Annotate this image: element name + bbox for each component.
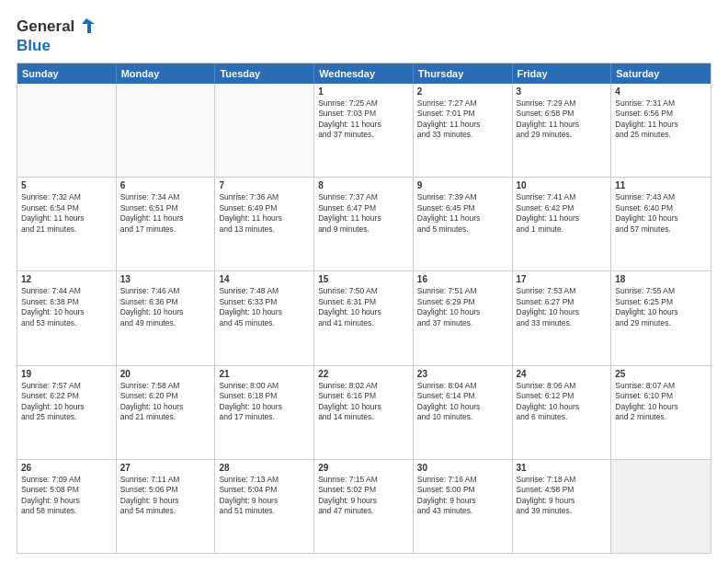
- day-info-line: Daylight: 11 hours: [417, 120, 508, 130]
- day-cell-28: 28Sunrise: 7:13 AMSunset: 5:04 PMDayligh…: [215, 460, 314, 553]
- day-number: 13: [120, 274, 211, 284]
- day-info-line: Sunrise: 8:06 AM: [517, 381, 608, 391]
- day-info-line: Daylight: 10 hours: [517, 307, 608, 317]
- day-info-line: Sunrise: 7:32 AM: [21, 192, 112, 202]
- day-info-line: and 1 minute.: [517, 224, 608, 235]
- day-info-line: Daylight: 9 hours: [318, 496, 409, 506]
- day-cell-7: 7Sunrise: 7:36 AMSunset: 6:49 PMDaylight…: [215, 178, 314, 270]
- day-info-line: Daylight: 10 hours: [615, 213, 707, 224]
- day-info-line: Sunrise: 7:57 AM: [21, 381, 112, 391]
- day-info-line: Sunrise: 7:37 AM: [318, 192, 409, 202]
- weekday-header-thursday: Thursday: [414, 63, 513, 84]
- day-info-line: and 17 minutes.: [219, 412, 310, 422]
- day-cell-9: 9Sunrise: 7:39 AMSunset: 6:45 PMDaylight…: [414, 178, 513, 270]
- day-info-line: Sunset: 6:29 PM: [417, 297, 508, 307]
- day-info-line: and 25 minutes.: [21, 412, 112, 422]
- day-info-line: Sunset: 5:00 PM: [417, 485, 508, 495]
- day-info-line: Sunset: 6:38 PM: [21, 297, 112, 307]
- day-info-line: Sunset: 6:22 PM: [21, 391, 112, 401]
- day-cell-10: 10Sunrise: 7:41 AMSunset: 6:42 PMDayligh…: [513, 178, 612, 270]
- day-cell-23: 23Sunrise: 8:04 AMSunset: 6:14 PMDayligh…: [414, 366, 513, 459]
- day-number: 9: [417, 180, 508, 190]
- day-info-line: and 13 minutes.: [219, 224, 310, 235]
- day-cell-30: 30Sunrise: 7:16 AMSunset: 5:00 PMDayligh…: [414, 460, 513, 553]
- day-info-line: Sunrise: 8:02 AM: [318, 381, 409, 391]
- day-info-line: Sunrise: 7:53 AM: [517, 286, 608, 296]
- day-info-line: and 33 minutes.: [417, 130, 508, 140]
- day-info-line: and 9 minutes.: [318, 224, 409, 235]
- day-info-line: Daylight: 11 hours: [120, 213, 211, 224]
- day-info-line: Sunrise: 7:09 AM: [21, 475, 112, 485]
- day-info-line: Sunset: 6:16 PM: [318, 391, 409, 401]
- day-number: 5: [21, 180, 112, 190]
- day-info-line: and 47 minutes.: [318, 506, 409, 516]
- day-info-line: Sunset: 6:56 PM: [615, 109, 707, 119]
- day-info-line: Sunrise: 7:11 AM: [120, 475, 211, 485]
- day-info-line: Sunset: 6:12 PM: [517, 391, 608, 401]
- day-cell-16: 16Sunrise: 7:51 AMSunset: 6:29 PMDayligh…: [414, 271, 513, 364]
- empty-cell-r0c1: [117, 84, 216, 177]
- calendar-row-2: 12Sunrise: 7:44 AMSunset: 6:38 PMDayligh…: [17, 270, 711, 364]
- day-info-line: Sunrise: 7:43 AM: [615, 192, 707, 202]
- day-info-line: Sunrise: 8:04 AM: [417, 381, 508, 391]
- empty-cell-r4c6: [611, 460, 711, 553]
- weekday-header-friday: Friday: [513, 63, 612, 84]
- day-info-line: Sunset: 7:03 PM: [318, 109, 409, 119]
- day-info-line: Sunset: 6:58 PM: [517, 109, 608, 119]
- day-info-line: Sunset: 6:40 PM: [615, 203, 707, 213]
- day-info-line: Sunrise: 7:39 AM: [417, 192, 508, 202]
- day-number: 17: [517, 274, 608, 284]
- day-info-line: Sunset: 6:31 PM: [318, 297, 409, 307]
- day-info-line: Sunrise: 7:15 AM: [318, 475, 409, 485]
- day-info-line: Sunrise: 7:29 AM: [517, 98, 608, 109]
- day-cell-12: 12Sunrise: 7:44 AMSunset: 6:38 PMDayligh…: [17, 271, 117, 364]
- day-info-line: Sunrise: 7:31 AM: [615, 98, 707, 109]
- day-info-line: and 53 minutes.: [21, 318, 112, 328]
- day-info-line: and 6 minutes.: [517, 412, 608, 422]
- day-number: 1: [318, 86, 409, 97]
- day-info-line: and 5 minutes.: [417, 224, 508, 235]
- day-info-line: Daylight: 10 hours: [219, 307, 310, 317]
- calendar-header: SundayMondayTuesdayWednesdayThursdayFrid…: [17, 63, 711, 84]
- day-info-line: Sunset: 5:08 PM: [21, 485, 112, 495]
- day-info-line: and 51 minutes.: [219, 506, 310, 516]
- weekday-header-tuesday: Tuesday: [215, 63, 314, 84]
- day-number: 23: [417, 369, 508, 379]
- day-info-line: and 14 minutes.: [318, 412, 409, 422]
- day-number: 22: [318, 369, 409, 379]
- day-cell-25: 25Sunrise: 8:07 AMSunset: 6:10 PMDayligh…: [611, 366, 711, 459]
- day-info-line: and 41 minutes.: [318, 318, 409, 328]
- day-info-line: Sunrise: 7:13 AM: [219, 475, 310, 485]
- logo-general: General: [17, 17, 74, 36]
- day-info-line: Daylight: 11 hours: [517, 120, 608, 130]
- day-info-line: Sunset: 5:04 PM: [219, 485, 310, 495]
- day-info-line: and 29 minutes.: [615, 318, 707, 328]
- day-info-line: Sunset: 6:47 PM: [318, 203, 409, 213]
- day-info-line: Sunset: 7:01 PM: [417, 109, 508, 119]
- weekday-header-monday: Monday: [117, 63, 216, 84]
- day-info-line: and 54 minutes.: [120, 506, 211, 516]
- day-info-line: Sunset: 6:42 PM: [517, 203, 608, 213]
- weekday-header-wednesday: Wednesday: [314, 63, 414, 84]
- day-number: 16: [417, 274, 508, 284]
- day-cell-18: 18Sunrise: 7:55 AMSunset: 6:25 PMDayligh…: [611, 271, 711, 364]
- day-info-line: Sunrise: 7:27 AM: [417, 98, 508, 109]
- day-number: 19: [21, 369, 112, 379]
- day-info-line: Sunrise: 7:55 AM: [615, 286, 707, 296]
- logo-blue: Blue: [17, 37, 51, 54]
- day-info-line: and 2 minutes.: [615, 412, 707, 422]
- day-info-line: Sunset: 5:06 PM: [120, 485, 211, 495]
- empty-cell-r0c0: [17, 84, 117, 177]
- day-number: 7: [219, 180, 310, 190]
- day-info-line: Sunset: 6:36 PM: [120, 297, 211, 307]
- day-info-line: Daylight: 9 hours: [417, 496, 508, 506]
- day-number: 25: [615, 369, 707, 379]
- day-cell-21: 21Sunrise: 8:00 AMSunset: 6:18 PMDayligh…: [215, 366, 314, 459]
- day-info-line: Daylight: 11 hours: [318, 213, 409, 224]
- day-number: 24: [517, 369, 608, 379]
- day-info-line: Daylight: 11 hours: [517, 213, 608, 224]
- day-number: 18: [615, 274, 707, 284]
- logo: General Blue: [17, 17, 97, 55]
- day-number: 26: [21, 463, 112, 473]
- day-info-line: Daylight: 10 hours: [21, 402, 112, 412]
